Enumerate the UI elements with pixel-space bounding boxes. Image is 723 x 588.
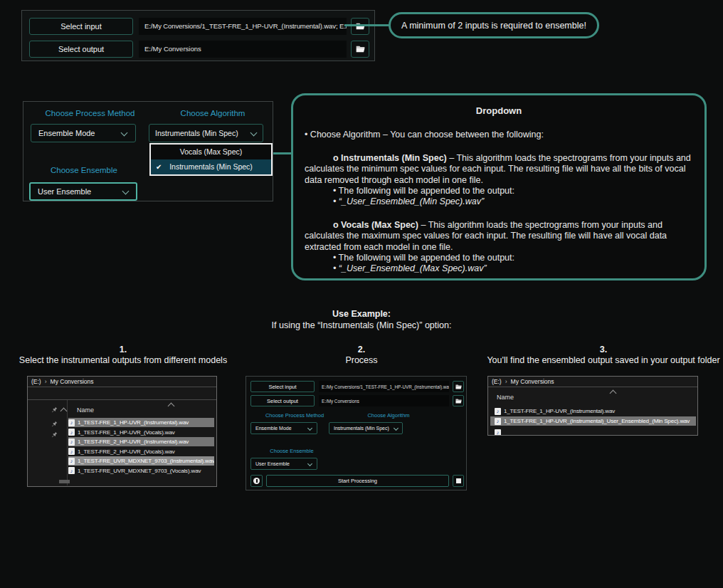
file-name: 1_TEST-FRE_2_HP-UVR_(Instrumental).wav bbox=[78, 439, 189, 445]
browse-output-button[interactable] bbox=[453, 395, 464, 406]
input-path-field[interactable]: E:/My Conversions/1_TEST-FRE_1_HP-UVR_(I… bbox=[319, 381, 449, 392]
info-box-title: Dropdown bbox=[305, 105, 693, 116]
chevron-down-icon bbox=[122, 188, 130, 195]
ensemble-select[interactable]: User Ensemble bbox=[250, 458, 317, 470]
audio-file-icon: ♪ bbox=[68, 448, 75, 455]
file-row[interactable]: ♪1_TEST-FRE_UVR_MDXNET_9703_(Vocals).wav bbox=[68, 466, 214, 476]
audio-file-icon: ♪ bbox=[68, 467, 75, 474]
algorithm-value: Instrumentals (Min Spec) bbox=[334, 426, 389, 431]
infobox-connector-line bbox=[273, 152, 291, 154]
ensemble-value: User Ensemble bbox=[38, 187, 91, 196]
io-panel: Select input E:/My Conversions/1_TEST-FR… bbox=[21, 10, 375, 61]
file-row[interactable]: ♪1_TEST-FRE_1_HP-UVR_(Instrumental)_User… bbox=[490, 416, 696, 426]
output-path-field[interactable]: E:/My Conversions bbox=[139, 41, 347, 58]
step3-number: 3. bbox=[484, 345, 723, 355]
max-spec-bullet-1: • The following will be appended to the … bbox=[333, 253, 693, 263]
name-column-header[interactable]: Name bbox=[497, 394, 514, 401]
file-name: 1_TEST-FRE_1_HP-UVR_(Vocals).wav bbox=[78, 429, 175, 436]
pin-icon[interactable] bbox=[51, 406, 58, 413]
breadcrumb-drive[interactable]: (E:) bbox=[31, 378, 41, 385]
file-row[interactable]: ♪1_TEST-FRE_2_HP-UVR_(Vocals).wav bbox=[68, 447, 214, 456]
stop-icon bbox=[456, 478, 461, 483]
chevron-right-icon: › bbox=[41, 378, 51, 385]
horizontal-scrollbar[interactable] bbox=[59, 480, 70, 483]
select-output-button[interactable]: Select output bbox=[250, 395, 315, 406]
browse-input-button[interactable] bbox=[453, 381, 464, 392]
dropdown-option-instrumentals-min-spec[interactable]: ✔ Instrumentals (Min Spec) bbox=[151, 159, 271, 174]
pin-icon[interactable] bbox=[51, 421, 58, 427]
start-processing-button[interactable]: Start Processing bbox=[266, 475, 449, 487]
folder-open-icon bbox=[455, 399, 462, 404]
audio-file-icon: ♪ bbox=[495, 418, 501, 425]
info-intro: • Choose Algorithm – You can choose betw… bbox=[305, 130, 693, 140]
process-method-select[interactable]: Ensemble Mode bbox=[31, 124, 136, 142]
file-name: 1_TEST-FRE_UVR_MDXNET_9703_(Instrumental… bbox=[78, 458, 214, 464]
process-method-value: Ensemble Mode bbox=[255, 426, 292, 431]
options-panel: Choose Process Method Choose Algorithm E… bbox=[23, 101, 273, 201]
check-icon: ✔ bbox=[156, 159, 162, 174]
name-column-header[interactable]: Name bbox=[77, 406, 94, 414]
algorithm-label: Choose Algorithm bbox=[156, 109, 270, 117]
file-row[interactable]: ♪1_TEST-FRE_UVR_MDXNET_9703_(Instrumenta… bbox=[68, 456, 214, 466]
chevron-down-icon bbox=[121, 130, 128, 137]
sort-ascending-icon[interactable] bbox=[168, 403, 175, 410]
audio-file-icon: ♪ bbox=[495, 429, 501, 436]
explorer-window-output: (E:)›My Conversions Name ♪1_TEST-FRE_1_H… bbox=[487, 376, 698, 436]
ensemble-warning-callout: A minimum of 2 inputs is required to ens… bbox=[389, 12, 599, 38]
select-input-button[interactable]: Select input bbox=[250, 381, 315, 392]
callout-connector-line bbox=[344, 24, 390, 26]
select-output-button[interactable]: Select output bbox=[29, 41, 133, 58]
algorithm-select[interactable]: Instrumentals (Min Spec) bbox=[149, 124, 263, 142]
step2-number: 2. bbox=[270, 345, 453, 355]
step2-caption: Process bbox=[270, 355, 453, 365]
file-name: 1_TEST-FRE_1_HP-UVR_(Instrumental).wav bbox=[504, 408, 615, 414]
browse-output-button[interactable] bbox=[351, 41, 369, 58]
min-spec-heading: o Instrumentals (Min Spec) bbox=[333, 153, 447, 163]
audio-file-icon: ♪ bbox=[68, 439, 75, 446]
breadcrumb-path[interactable]: My Conversions bbox=[511, 378, 554, 385]
stop-button[interactable] bbox=[453, 475, 464, 487]
uvr-mini-app-window: Select input E:/My Conversions/1_TEST-FR… bbox=[246, 376, 467, 490]
toolbar-divider bbox=[28, 399, 216, 400]
explorer-window-inputs: (E:)›My Conversions Name ♪1_TEST-FRE_1_H… bbox=[27, 376, 217, 487]
ensemble-value: User Ensemble bbox=[255, 461, 290, 466]
page: Select input E:/My Conversions/1_TEST-FR… bbox=[0, 0, 723, 588]
step1-number: 1. bbox=[0, 345, 246, 355]
chevron-down-icon bbox=[250, 130, 258, 137]
chevron-down-icon bbox=[394, 426, 399, 431]
info-button[interactable] bbox=[250, 475, 263, 487]
breadcrumb[interactable]: (E:)›My Conversions bbox=[488, 377, 697, 387]
browse-input-button[interactable] bbox=[351, 18, 369, 35]
process-method-label: Choose Process Method bbox=[28, 109, 152, 117]
breadcrumb-path[interactable]: My Conversions bbox=[51, 378, 94, 385]
ensemble-select[interactable]: User Ensemble bbox=[29, 182, 137, 201]
dropdown-option-label: Instrumentals (Min Spec) bbox=[169, 162, 253, 171]
file-row[interactable]: ♪1_TEST-FRE_1_HP-UVR_(Instrumental).wav bbox=[490, 406, 696, 416]
file-row[interactable]: ♪1_TEST-FRE_1_HP-UVR_(Instrumental).wav bbox=[68, 418, 214, 427]
algorithm-select[interactable]: Instrumentals (Min Spec) bbox=[329, 422, 403, 434]
output-path-field[interactable]: E:/My Conversions bbox=[319, 395, 449, 406]
chevron-down-icon bbox=[307, 426, 312, 431]
max-spec-heading: o Vocals (Max Spec) bbox=[333, 220, 418, 230]
algorithm-label: Choose Algorithm bbox=[346, 412, 431, 419]
breadcrumb[interactable]: (E:)›My Conversions bbox=[28, 377, 216, 387]
pin-icon[interactable] bbox=[51, 431, 58, 438]
sort-ascending-icon[interactable] bbox=[610, 390, 617, 397]
select-input-button[interactable]: Select input bbox=[29, 18, 133, 35]
audio-file-icon: ♪ bbox=[495, 408, 501, 415]
algorithm-value: Instrumentals (Min Spec) bbox=[155, 129, 238, 137]
use-example-subtitle: If using the “Instrumentals (Min Spec)” … bbox=[0, 320, 723, 330]
breadcrumb-drive[interactable]: (E:) bbox=[492, 378, 502, 385]
file-name: 1_TEST-FRE_UVR_MDXNET_9703_(Vocals).wav bbox=[78, 468, 201, 474]
info-icon bbox=[253, 478, 260, 484]
file-row-clipped[interactable]: ♪ bbox=[490, 428, 696, 436]
chevron-right-icon: › bbox=[502, 378, 511, 385]
input-path-field[interactable]: E:/My Conversions/1_TEST-FRE_1_HP-UVR_(I… bbox=[139, 18, 347, 35]
folder-open-icon bbox=[356, 46, 365, 53]
file-row[interactable]: ♪1_TEST-FRE_2_HP-UVR_(Instrumental).wav bbox=[68, 437, 214, 446]
collapse-chevron-icon[interactable] bbox=[60, 408, 68, 415]
process-method-select[interactable]: Ensemble Mode bbox=[250, 422, 317, 434]
file-row[interactable]: ♪1_TEST-FRE_1_HP-UVR_(Vocals).wav bbox=[68, 428, 214, 437]
dropdown-option-vocals-max-spec[interactable]: Vocals (Max Spec) bbox=[151, 145, 271, 159]
info-section-min-spec: o Instrumentals (Min Spec) – This algori… bbox=[305, 153, 693, 186]
